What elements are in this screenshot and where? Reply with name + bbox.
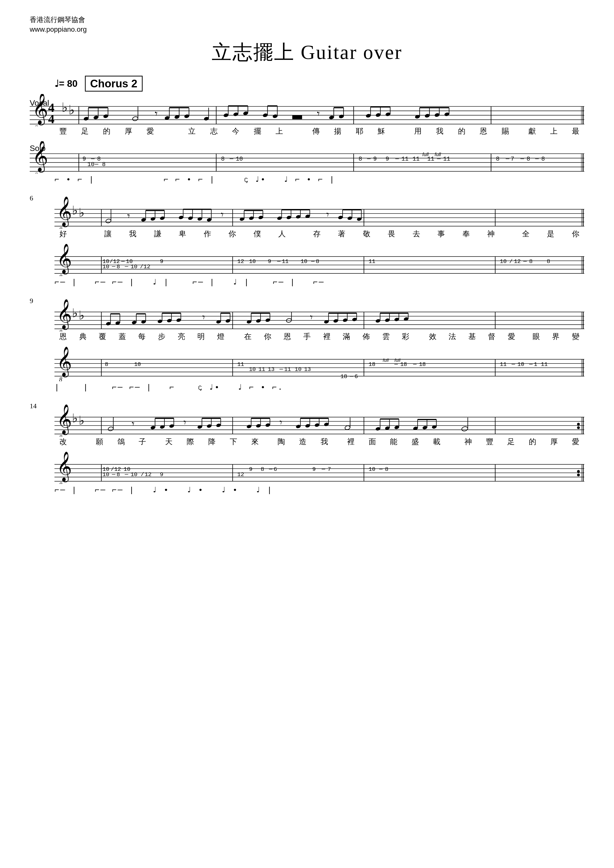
main-title: 立志擺上 Guitar over — [30, 39, 584, 66]
svg-text:─: ─ — [520, 156, 524, 162]
svg-text:─: ─ — [367, 156, 371, 162]
svg-text:12: 12 — [514, 259, 521, 265]
svg-text:─: ─ — [124, 471, 128, 478]
org-header: 香港流行鋼琴協會 www.poppiano.org — [30, 15, 584, 34]
lyric-char: 敬 — [363, 229, 370, 239]
lyric-char: 際 — [187, 437, 194, 447]
lyric-char: 神 — [487, 229, 495, 239]
svg-text:10: 10 — [131, 264, 137, 270]
svg-text:full: full — [383, 358, 389, 363]
lyric-char: 你 — [572, 229, 579, 239]
system-4-content: 𝄞 ♭ ♭ 8 — [54, 405, 584, 437]
solo-staff-svg-4: 𝄞 8 10 / 12 10 — [54, 452, 584, 484]
lyric-char: 去 — [413, 229, 420, 239]
lyric-char: 立 — [188, 126, 196, 136]
vocal-staff-row: Vocal 𝄞 4 4 ♭ ♭ — [30, 94, 584, 126]
svg-text:♭: ♭ — [72, 411, 78, 425]
lyric-char: 的 — [458, 126, 465, 136]
svg-text:─: ─ — [321, 467, 325, 473]
svg-text:9: 9 — [268, 259, 271, 265]
lyric-char: 督 — [488, 332, 496, 342]
lyric-char: 賜 — [502, 126, 509, 136]
svg-text:9: 9 — [82, 156, 86, 162]
svg-text:9: 9 — [373, 156, 377, 162]
svg-text:18: 18 — [340, 374, 347, 380]
svg-text:8: 8 — [59, 226, 62, 229]
svg-text:11: 11 — [443, 156, 450, 162]
lyric-char: 能 — [390, 437, 397, 447]
lyric-char: 存 — [313, 229, 320, 239]
lyric-char: 獻 — [529, 126, 536, 136]
svg-text:♭: ♭ — [68, 103, 75, 117]
svg-text:10: 10 — [518, 361, 524, 368]
svg-text:11: 11 — [284, 366, 291, 373]
rhythm-line-1: ⌐ • ⌐ | ⌐ ⌐ • ⌐ | ꞔ ♩• ♩ ⌐ • ⌐ | — [54, 174, 584, 184]
lyric-char: 畏 — [388, 229, 395, 239]
svg-text:8: 8 — [359, 156, 362, 162]
svg-text:─: ─ — [277, 259, 281, 265]
lyric-char: 是 — [547, 229, 554, 239]
vocal-staff-svg-4: 𝄞 ♭ ♭ 8 — [54, 405, 584, 437]
title-area: 立志擺上 Guitar over — [30, 39, 584, 66]
solo-staff-row-2: 𝄞 8 10 / 12 ─ 10 10 ─ — [54, 244, 584, 276]
lyric-char: 奉 — [462, 229, 470, 239]
svg-text:/: / — [140, 264, 144, 270]
lyric-char: 豐 — [59, 126, 67, 136]
svg-point-332 — [577, 426, 580, 429]
vocal-staff-svg-3: 𝄞 ♭ ♭ 8 — [54, 299, 584, 332]
svg-text:9: 9 — [160, 259, 163, 265]
svg-text:─: ─ — [279, 366, 283, 373]
svg-text:♭: ♭ — [72, 306, 78, 320]
svg-text:♭: ♭ — [79, 308, 84, 322]
lyric-char: 願 — [96, 437, 103, 447]
lyric-char: 步 — [158, 332, 165, 342]
lyric-char: 穌 — [378, 126, 385, 136]
svg-text:♭: ♭ — [62, 101, 68, 115]
system-1: ♩= 80 Chorus 2 Vocal 𝄞 4 4 ♭ ♭ — [30, 76, 584, 184]
lyric-char: 下 — [230, 437, 237, 447]
lyric-char: 陶 — [278, 437, 285, 447]
lyric-char: 你 — [229, 229, 236, 239]
system-3: 9 𝄞 ♭ ♭ 8 — [30, 299, 584, 392]
tempo-chorus-row: ♩= 80 Chorus 2 — [54, 76, 584, 91]
svg-text:13: 13 — [268, 366, 275, 373]
page: 香港流行鋼琴協會 www.poppiano.org 立志擺上 Guitar ov… — [0, 0, 614, 868]
svg-text:─: ─ — [511, 361, 515, 368]
svg-text:10: 10 — [300, 259, 307, 265]
lyric-char: 明 — [197, 332, 205, 342]
svg-text:8: 8 — [261, 467, 264, 473]
svg-text:12: 12 — [238, 259, 244, 265]
svg-text:11: 11 — [258, 366, 265, 373]
svg-text:─: ─ — [523, 259, 527, 265]
lyric-char: 造 — [299, 437, 306, 447]
svg-rect-47 — [292, 115, 302, 119]
svg-text:13: 13 — [304, 366, 311, 373]
svg-text:8: 8 — [59, 434, 62, 437]
svg-point-385 — [461, 426, 468, 432]
section-number-3: 9 — [30, 297, 33, 305]
svg-point-369 — [345, 425, 351, 430]
vocals-lyrics-4: 改 願 鴿 子 天 際 降 下 來 陶 造 我 裡 面 能 盛 載 神 豐 足 … — [54, 437, 584, 447]
lyric-char: 在 — [244, 332, 252, 342]
lyric-char: 志 — [210, 126, 218, 136]
lyric-char: 蓋 — [118, 332, 126, 342]
rhythm-line-4: ⌐─ | ⌐─ ⌐─ | ♩ • ♩ • ♩ • ♩ | — [54, 485, 584, 495]
lyric-char: 燈 — [217, 332, 225, 342]
lyric-char: 變 — [572, 332, 579, 342]
lyric-char: 用 — [414, 126, 422, 136]
system-2-content: 𝄞 ♭ ♭ 8 𝄾 — [54, 197, 584, 229]
svg-text:9: 9 — [249, 467, 253, 473]
svg-text:─: ─ — [505, 156, 510, 162]
svg-text:─: ─ — [230, 156, 233, 162]
svg-text:8: 8 — [527, 156, 530, 162]
solo-staff-row-4: 𝄞 8 10 / 12 10 — [54, 452, 584, 484]
lyric-char: 我 — [129, 229, 137, 239]
svg-text:11: 11 — [541, 361, 548, 368]
lyric-char: 眼 — [533, 332, 540, 342]
system-2: 6 𝄞 ♭ ♭ 8 — [30, 197, 584, 287]
svg-text:♭: ♭ — [79, 414, 84, 427]
svg-text:1: 1 — [534, 361, 537, 368]
tempo-marking: ♩= 80 — [54, 78, 78, 89]
vocal-staff-svg-2: 𝄞 ♭ ♭ 8 𝄾 — [54, 197, 584, 229]
lyric-char: 我 — [320, 437, 328, 447]
